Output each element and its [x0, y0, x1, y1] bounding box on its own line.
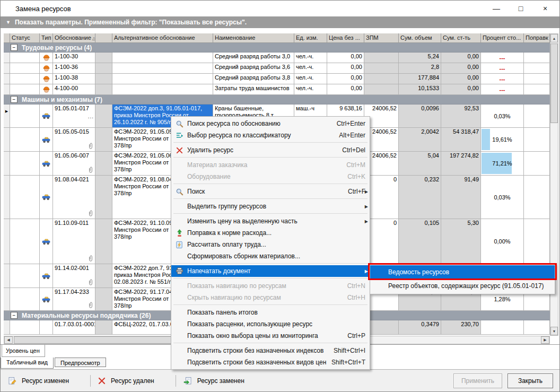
- maximize-button[interactable]: □: [509, 1, 533, 16]
- justification-cell[interactable]: 4-100-00: [53, 84, 95, 95]
- justification-cell[interactable]: 91.05.05-015: [53, 128, 95, 152]
- sort-ascending-icon: △: [91, 36, 95, 41]
- percent-cell: 0,00%: [481, 219, 524, 264]
- collapse-group-button[interactable]: −: [11, 44, 18, 51]
- price-level-tab[interactable]: Уровень цен: [2, 345, 45, 357]
- row-select-gutter[interactable]: [4, 53, 10, 63]
- menu-item[interactable]: Поправка к норме расхода...: [171, 227, 370, 239]
- justification-cell[interactable]: 91.05.01-017...: [53, 104, 95, 128]
- column-header-label: ЗПМ: [366, 34, 379, 41]
- justification-cell[interactable]: 91.05.06-007: [53, 152, 95, 176]
- column-header[interactable]: Статус: [10, 33, 40, 43]
- menu-item[interactable]: Удалить ресурсCtrl+Del: [171, 144, 370, 156]
- column-header[interactable]: Поправк: [524, 33, 550, 43]
- justification-cell[interactable]: 91.08.04-021: [53, 176, 95, 219]
- unit-cell: чел.-ч.: [294, 53, 327, 63]
- justification-code: 91.05.06-007: [55, 152, 93, 159]
- group-row[interactable]: −Машины и механизмы (7): [4, 95, 550, 104]
- collapse-group-button[interactable]: −: [11, 312, 18, 319]
- apply-button[interactable]: Применить: [453, 373, 502, 388]
- column-header[interactable]: [95, 33, 112, 43]
- column-header[interactable]: Сум. ст-ть: [441, 33, 481, 43]
- row-select-gutter[interactable]: [4, 74, 10, 84]
- scroll-down-icon[interactable]: ▼: [550, 327, 558, 335]
- column-header[interactable]: Процент сто...: [481, 33, 524, 43]
- unit-value: чел.-ч.: [296, 74, 325, 81]
- menu-item[interactable]: Поиск ресурса по обоснованиюCtrl+Enter: [171, 118, 370, 129]
- justification-cell[interactable]: 91.14.02-001: [53, 264, 95, 288]
- row-select-gutter[interactable]: [4, 264, 10, 288]
- menu-item[interactable]: Материал заказчикаCtrl+M: [171, 159, 370, 171]
- justification-cell[interactable]: 1-100-36: [53, 63, 95, 74]
- menu-item[interactable]: Показать панель итогов: [171, 307, 370, 318]
- table-row[interactable]: 1-100-30Средний разряд работы 3,0чел.-ч.…: [4, 53, 550, 63]
- justification-cell[interactable]: 01.7.03.01-0001: [53, 320, 95, 335]
- row-select-gutter[interactable]: [4, 152, 10, 176]
- menu-item[interactable]: Подсветить строки без назначенных индекс…: [171, 345, 370, 356]
- menu-item[interactable]: Выделить группу ресурсов▶: [171, 201, 370, 212]
- ellipsis-button[interactable]: ...: [88, 114, 94, 119]
- menu-item[interactable]: Скрыть навигацию по ресурсамCtrl+H: [171, 292, 370, 303]
- submenu-item[interactable]: Ведомость ресурсов: [370, 265, 555, 279]
- menu-item[interactable]: ПоискCtrl+F▶: [171, 186, 370, 197]
- tab-inactive[interactable]: Предпросмотр: [55, 358, 106, 367]
- legend-divider: [90, 375, 91, 387]
- horizontal-scroll-thumb[interactable]: [14, 336, 173, 344]
- minimize-button[interactable]: —: [484, 1, 509, 16]
- column-header[interactable]: Альтернативное обоснование: [112, 33, 213, 43]
- column-header[interactable]: [4, 33, 10, 43]
- row-select-gutter[interactable]: ▶: [4, 104, 10, 128]
- row-select-gutter[interactable]: [4, 84, 10, 95]
- row-select-gutter[interactable]: [4, 63, 10, 74]
- tab-active[interactable]: Табличный вид: [1, 358, 54, 369]
- row-select-gutter[interactable]: [4, 176, 10, 219]
- total-volume-cell: 0,232: [399, 176, 441, 219]
- zpm-cell: [364, 84, 399, 95]
- menu-item[interactable]: Сформировать сборник материалов...: [171, 250, 370, 262]
- total-volume-cell: 0,0096: [399, 104, 441, 128]
- percent-cell: 71,21%: [481, 152, 524, 176]
- menu-item[interactable]: ОборудованиеCtrl+K: [171, 171, 370, 182]
- menu-item[interactable]: Показать окно выбора цены из мониторинга…: [171, 330, 370, 342]
- column-header[interactable]: Тип: [40, 33, 53, 43]
- scroll-right-icon[interactable]: ▶: [541, 336, 549, 344]
- column-header[interactable]: Цена без ...: [327, 33, 364, 43]
- column-header[interactable]: Наименование: [213, 33, 294, 43]
- menu-item[interactable]: Подсветить строки без назначенных видов …: [171, 356, 370, 368]
- column-header[interactable]: Обоснование △: [53, 33, 95, 43]
- collapse-group-button[interactable]: −: [11, 96, 18, 103]
- close-button[interactable]: ×: [533, 1, 557, 16]
- alt-justification-cell[interactable]: [112, 53, 213, 63]
- menu-item[interactable]: Выбор ресурса по классификаторуAlt+Enter: [171, 129, 370, 141]
- row-select-gutter[interactable]: [4, 320, 10, 335]
- menu-item[interactable]: Изменить цену на выделенную часть▶: [171, 215, 370, 227]
- row-select-gutter[interactable]: [4, 219, 10, 264]
- scroll-up-icon[interactable]: ▲: [550, 34, 558, 42]
- table-row[interactable]: 1-100-36Средний разряд работы 3,6чел.-ч.…: [4, 63, 550, 74]
- vertical-scroll-thumb[interactable]: [550, 43, 558, 123]
- alt-justification-cell[interactable]: [112, 84, 213, 95]
- justification-cell[interactable]: 1-100-38: [53, 74, 95, 84]
- scroll-left-icon[interactable]: ◀: [4, 336, 13, 344]
- column-header[interactable]: Сум. объем: [399, 33, 441, 43]
- row-select-gutter[interactable]: [4, 288, 10, 311]
- alt-justification-cell[interactable]: [112, 63, 213, 74]
- group-row[interactable]: −Трудовые ресурсы (4): [4, 43, 550, 53]
- menu-item[interactable]: Рассчитать оплату труда...: [171, 239, 370, 250]
- parameters-bar[interactable]: ▼ Показать параметры. Примененный фильтр…: [1, 16, 559, 28]
- table-row[interactable]: 1-100-38Средний разряд работы 3,8чел.-ч.…: [4, 74, 550, 84]
- column-header[interactable]: Ед. изм.: [294, 33, 327, 43]
- justification-cell[interactable]: 91.17.04-233: [53, 288, 95, 311]
- alt-justification-cell[interactable]: [112, 74, 213, 84]
- status-cell: [10, 320, 40, 335]
- column-header[interactable]: ЗПМ: [364, 33, 399, 43]
- close-button[interactable]: Закрыть: [508, 373, 553, 388]
- justification-cell[interactable]: 91.10.09-011: [53, 219, 95, 264]
- menu-item[interactable]: Напечатать документ▶: [171, 265, 370, 277]
- menu-item[interactable]: Показать расценки, использующие ресурс: [171, 318, 370, 330]
- row-select-gutter[interactable]: [4, 128, 10, 152]
- table-row[interactable]: 4-100-00Затраты труда машинистовчел.-ч.0…: [4, 84, 550, 95]
- justification-cell[interactable]: 1-100-30: [53, 53, 95, 63]
- submenu-item[interactable]: Реестр объектов, содержащих ресурс (91.0…: [370, 279, 555, 293]
- menu-item[interactable]: Показать навигацию по ресурсамCtrl+N: [171, 280, 370, 292]
